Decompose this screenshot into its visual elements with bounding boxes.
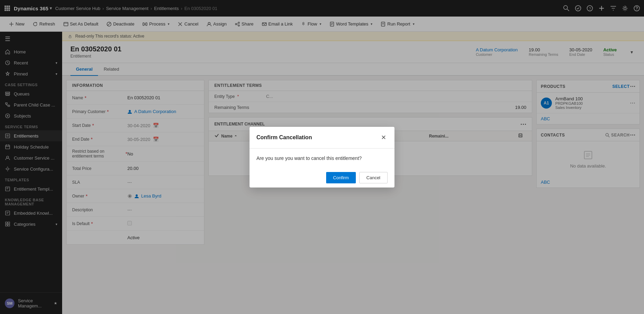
modal-cancel-button[interactable]: Cancel — [359, 172, 388, 183]
modal-header: Confirm Cancellation ✕ — [250, 127, 394, 149]
confirm-cancellation-dialog: Confirm Cancellation ✕ Are you sure you … — [250, 127, 394, 188]
modal-title: Confirm Cancellation — [256, 134, 312, 141]
modal-message: Are you sure you want to cancel this ent… — [256, 155, 362, 161]
modal-overlay[interactable]: Confirm Cancellation ✕ Are you sure you … — [0, 0, 644, 314]
modal-footer: Confirm Cancel — [250, 168, 394, 188]
modal-body: Are you sure you want to cancel this ent… — [250, 149, 394, 168]
modal-close-button[interactable]: ✕ — [380, 132, 388, 143]
modal-confirm-button[interactable]: Confirm — [326, 172, 356, 183]
